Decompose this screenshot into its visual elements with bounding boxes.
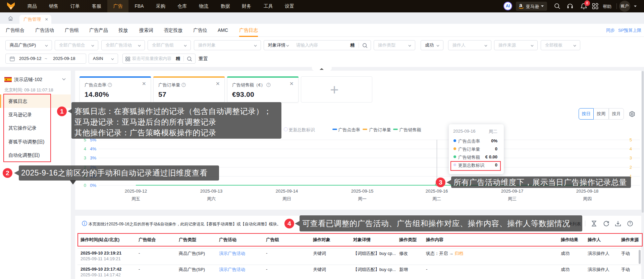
svg-text:?: ? [268,83,269,86]
svg-text:?: ? [183,83,184,86]
svg-text:?: ? [629,222,631,225]
svg-text:?: ? [109,83,111,86]
